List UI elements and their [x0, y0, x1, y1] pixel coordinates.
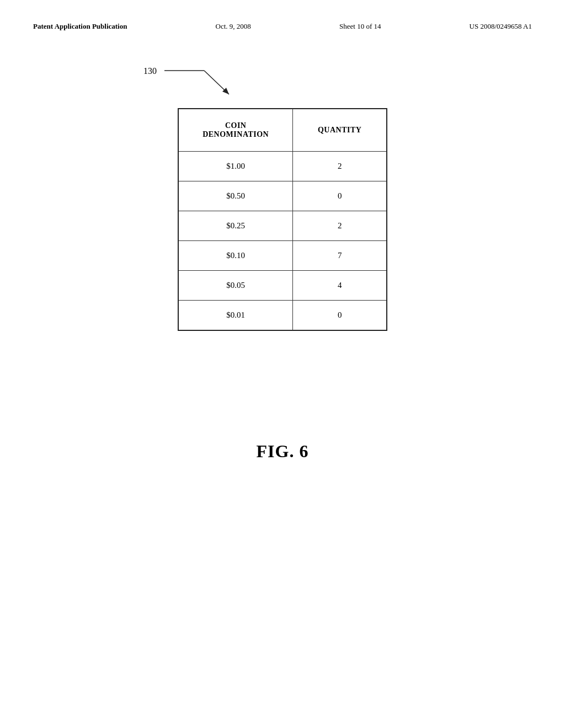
quantity-cell: 0: [293, 301, 387, 331]
quantity-cell: 2: [293, 152, 387, 181]
denomination-cell: $0.25: [178, 211, 293, 241]
quantity-cell: 7: [293, 241, 387, 271]
table-row: $0.107: [178, 241, 387, 271]
figure-area: 130 COIN DENOMINATION QUANTITY: [33, 64, 532, 331]
col-header-denomination: COIN DENOMINATION: [178, 109, 293, 152]
col-header-quantity: QUANTITY: [293, 109, 387, 152]
ref-label-area: 130: [143, 64, 353, 103]
quantity-cell: 4: [293, 271, 387, 301]
header-patent-number: US 2008/0249658 A1: [470, 22, 532, 31]
col-header-denomination-label: DENOMINATION: [202, 130, 269, 138]
denomination-cell: $1.00: [178, 152, 293, 181]
page-container: Patent Application Publication Oct. 9, 2…: [0, 0, 565, 728]
table-header-row: COIN DENOMINATION QUANTITY: [178, 109, 387, 152]
quantity-cell: 2: [293, 211, 387, 241]
page-header: Patent Application Publication Oct. 9, 2…: [33, 22, 532, 31]
table-row: $1.002: [178, 152, 387, 181]
denomination-cell: $0.50: [178, 181, 293, 211]
table-row: $0.252: [178, 211, 387, 241]
table-row: $0.010: [178, 301, 387, 331]
denomination-cell: $0.05: [178, 271, 293, 301]
figure-caption: FIG. 6: [33, 441, 532, 462]
quantity-cell: 0: [293, 181, 387, 211]
table-row: $0.054: [178, 271, 387, 301]
table-row: $0.500: [178, 181, 387, 211]
denomination-cell: $0.01: [178, 301, 293, 331]
table-body: $1.002$0.500$0.252$0.107$0.054$0.010: [178, 152, 387, 331]
denomination-cell: $0.10: [178, 241, 293, 271]
ref-arrow-svg: 130: [143, 64, 254, 103]
col-header-coin: COIN: [225, 121, 247, 130]
ref-number-text: 130: [143, 66, 157, 76]
header-sheet: Sheet 10 of 14: [339, 22, 381, 31]
header-publisher: Patent Application Publication: [33, 22, 127, 31]
header-date: Oct. 9, 2008: [216, 22, 251, 31]
coin-denomination-table: COIN DENOMINATION QUANTITY $1.002$0.500$…: [178, 108, 387, 331]
